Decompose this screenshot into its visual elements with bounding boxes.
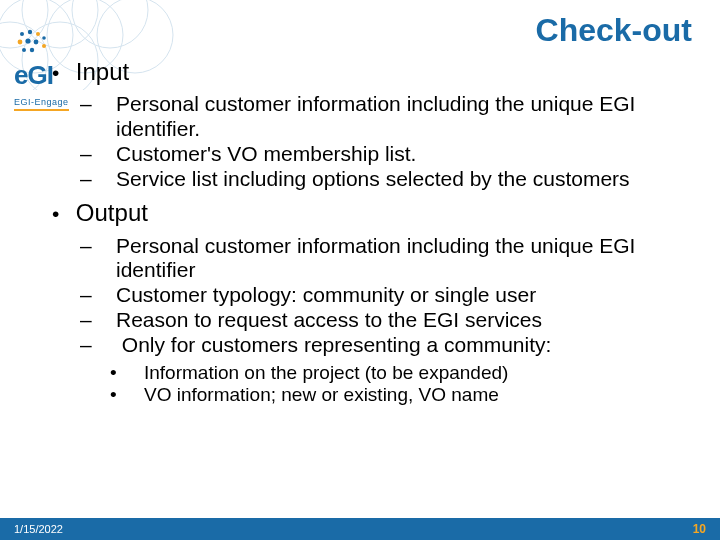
footer-date: 1/15/2022 (14, 523, 63, 535)
list-item: Personal customer information including … (98, 234, 698, 284)
list-item: Only for customers representing a commun… (98, 333, 698, 407)
svg-point-2 (72, 0, 148, 48)
list-item: Personal customer information including … (98, 92, 698, 142)
svg-point-1 (22, 0, 98, 48)
list-subitem: VO information; new or existing, VO name (146, 384, 698, 406)
section-label: Input (76, 58, 129, 85)
logo-mark-icon (14, 28, 54, 56)
svg-point-12 (18, 40, 23, 45)
svg-point-15 (42, 44, 46, 48)
svg-point-17 (30, 48, 34, 52)
svg-point-8 (20, 32, 24, 36)
svg-point-3 (0, 22, 48, 90)
svg-point-0 (0, 0, 48, 48)
svg-point-9 (28, 30, 32, 34)
slide-title: Check-out (536, 12, 692, 49)
section-input: Input Personal customer information incl… (54, 58, 698, 191)
list-item-text: Only for customers representing a commun… (122, 333, 552, 356)
footer-bar: 1/15/2022 10 (0, 518, 720, 540)
svg-point-16 (22, 48, 26, 52)
list-item: Customer's VO membership list. (98, 142, 698, 167)
list-item: Customer typology: community or single u… (98, 283, 698, 308)
footer-page-number: 10 (693, 522, 706, 536)
section-label: Output (76, 199, 148, 226)
list-subitem: Information on the project (to be expand… (146, 362, 698, 384)
svg-point-13 (25, 38, 30, 43)
list-item: Service list including options selected … (98, 167, 698, 192)
section-output: Output Personal customer information inc… (54, 199, 698, 406)
svg-point-10 (36, 32, 40, 36)
list-item: Reason to request access to the EGI serv… (98, 308, 698, 333)
svg-point-11 (42, 36, 46, 40)
svg-point-14 (34, 40, 39, 45)
slide: eGI EGI-Engage Check-out Input Personal … (0, 0, 720, 540)
content-body: Input Personal customer information incl… (54, 58, 698, 414)
